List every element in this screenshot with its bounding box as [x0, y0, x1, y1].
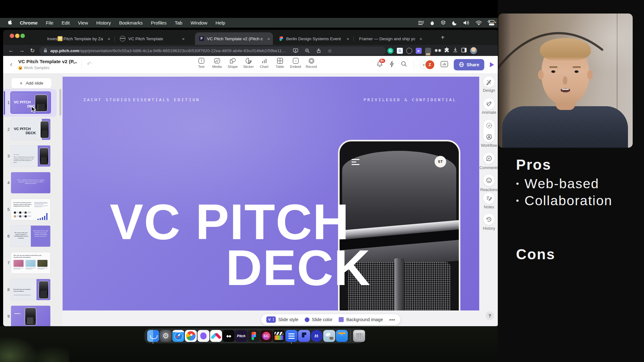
- presentation-title[interactable]: VC Pitch Template v2 (P...: [18, 59, 77, 64]
- menu-window[interactable]: Window: [186, 20, 211, 25]
- translate-icon[interactable]: G: [397, 48, 403, 54]
- dock-figma[interactable]: [248, 330, 260, 342]
- tab-berlin-design-systems[interactable]: Berlin Design Systems Event – ×: [274, 32, 352, 45]
- menu-edit[interactable]: Edit: [58, 20, 74, 25]
- st-badge[interactable]: ST: [435, 156, 446, 167]
- tool-table[interactable]: Table: [272, 58, 288, 69]
- list-lines-icon[interactable]: [418, 21, 424, 25]
- tool-media[interactable]: Media: [209, 58, 225, 69]
- off-extension-icon[interactable]: Off: [425, 48, 431, 54]
- grammarly-icon[interactable]: G: [387, 48, 393, 54]
- close-icon[interactable]: ×: [345, 36, 351, 41]
- tool-text[interactable]: T Text: [193, 58, 209, 69]
- slide-style-chip[interactable]: V Slide style: [266, 316, 298, 323]
- close-icon[interactable]: ×: [106, 36, 112, 41]
- flame-icon[interactable]: [430, 20, 434, 25]
- slide-thumbnail-7[interactable]: This sets up your products and features …: [11, 252, 50, 273]
- close-icon[interactable]: ×: [266, 36, 271, 41]
- bookmark-star-icon[interactable]: ☆: [328, 48, 332, 54]
- apple-menu-icon[interactable]: [8, 20, 13, 26]
- slide-thumbnail-5[interactable]: A succinct summary of your business. Den…: [11, 199, 50, 220]
- dock-trash[interactable]: [353, 330, 365, 342]
- back-icon[interactable]: ←: [6, 47, 16, 54]
- slide-thumbnail-8[interactable]: Describe how your product solves problem…: [11, 279, 50, 300]
- menu-file[interactable]: File: [42, 20, 58, 25]
- slide-canvas[interactable]: ZACHT STUDIOS ESSENTIALS EDITION PRIVILE…: [63, 77, 479, 310]
- dock-tidal[interactable]: ◆◆: [223, 330, 235, 342]
- address-bar[interactable]: app.pitch.com/app/presentation/9c0c55a3-…: [39, 47, 386, 55]
- dock-craft[interactable]: [286, 330, 297, 342]
- zoom-window-button[interactable]: [20, 34, 25, 38]
- search-icon[interactable]: [401, 61, 407, 68]
- purple-extension-icon[interactable]: ▸: [416, 48, 422, 54]
- dock-chrome[interactable]: [185, 330, 197, 342]
- dock-art-app[interactable]: [323, 330, 335, 342]
- dock-raycast[interactable]: [197, 330, 209, 342]
- downloads-icon[interactable]: [453, 47, 458, 54]
- wifi-icon[interactable]: [476, 21, 482, 25]
- add-slide-button[interactable]: + Add slide: [11, 78, 52, 89]
- close-icon[interactable]: ×: [418, 36, 424, 41]
- tab-framer[interactable]: Framer — Design and ship you ×: [355, 32, 432, 45]
- animate-button[interactable]: [483, 98, 495, 110]
- workflow-button[interactable]: [483, 120, 495, 142]
- tool-embed[interactable]: ‹› Embed: [288, 58, 303, 69]
- reactions-button[interactable]: [483, 175, 495, 186]
- notes-button[interactable]: [483, 193, 495, 204]
- slide-title-line2[interactable]: DECK: [226, 243, 371, 293]
- dock-framer[interactable]: [298, 330, 310, 342]
- dock-final-cut[interactable]: [273, 330, 285, 342]
- menu-view[interactable]: View: [74, 20, 92, 25]
- quick-actions-icon[interactable]: [390, 61, 394, 69]
- slide-thumbnail-3[interactable]: This is a high-level overview of your co…: [11, 145, 50, 167]
- profile-avatar[interactable]: [470, 47, 477, 54]
- analytics-icon[interactable]: [441, 61, 448, 69]
- layers-icon[interactable]: [441, 20, 446, 25]
- volume-icon[interactable]: [464, 20, 469, 25]
- dock-slack[interactable]: [210, 330, 222, 342]
- hamburger-menu-icon[interactable]: [352, 159, 359, 167]
- control-center-icon[interactable]: [488, 20, 496, 25]
- slide-thumbnail-6[interactable]: The reason why your target customer is f…: [11, 226, 50, 247]
- moon-icon[interactable]: [452, 20, 457, 25]
- share-button[interactable]: Share: [454, 59, 484, 70]
- present-play-icon[interactable]: [490, 62, 494, 67]
- share-icon[interactable]: [317, 48, 321, 53]
- dock-pitch[interactable]: Pitch: [235, 330, 247, 342]
- tab-vc-pitch-template[interactable]: VC Pitch Template ×: [116, 32, 194, 45]
- user-avatar[interactable]: Z: [425, 60, 435, 70]
- tab-vc-pitch-template-v2[interactable]: P VC Pitch Template v2 (Pitch co ×: [195, 32, 273, 45]
- help-button[interactable]: ?: [486, 311, 494, 320]
- forward-icon[interactable]: →: [16, 47, 27, 54]
- dock-system-settings[interactable]: ⚙: [160, 330, 172, 342]
- tab-investor-pitch[interactable]: Investor Pitch Template by Zac ×: [35, 32, 113, 45]
- history-button[interactable]: [483, 214, 495, 225]
- comments-button[interactable]: [483, 153, 495, 164]
- eyebrow-studio[interactable]: ZACHT STUDIOS: [83, 97, 132, 102]
- menu-help[interactable]: Help: [211, 20, 229, 25]
- install-icon[interactable]: [293, 48, 298, 53]
- close-icon[interactable]: ×: [181, 36, 186, 41]
- side-panel-icon[interactable]: [461, 48, 467, 54]
- password-extension-icon[interactable]: ✱✱: [435, 48, 441, 54]
- notifications-bell-icon[interactable]: 9+: [377, 61, 383, 69]
- menu-chrome[interactable]: Chrome: [16, 20, 42, 25]
- more-options-icon[interactable]: •••: [389, 317, 395, 322]
- slide-thumbnail-4[interactable]: This is a high-level overview of your co…: [11, 172, 50, 193]
- slide-thumbnail-2[interactable]: VC PITCHDECK: [11, 119, 50, 140]
- dock-hi-app[interactable]: H:: [311, 330, 323, 342]
- tool-record[interactable]: Record: [303, 58, 319, 69]
- slide-thumbnail-9[interactable]: [11, 306, 50, 326]
- eyebrow-confidential[interactable]: PRIVILEGED & CONFIDENTIAL: [364, 97, 457, 102]
- new-tab-button[interactable]: +: [441, 34, 445, 41]
- puzzle-extensions-icon[interactable]: [444, 47, 449, 54]
- menu-history[interactable]: History: [92, 20, 115, 25]
- sidebar-scrollbar[interactable]: [59, 89, 61, 116]
- minimize-window-button[interactable]: [15, 34, 19, 38]
- menu-bookmarks[interactable]: Bookmarks: [115, 20, 147, 25]
- dock-safari[interactable]: [172, 330, 184, 342]
- dark-extension-icon[interactable]: [406, 48, 412, 54]
- tool-sticker[interactable]: Sticker: [241, 58, 256, 69]
- slide-color-chip[interactable]: Slide color: [305, 317, 332, 322]
- dock-keynote[interactable]: [336, 330, 348, 342]
